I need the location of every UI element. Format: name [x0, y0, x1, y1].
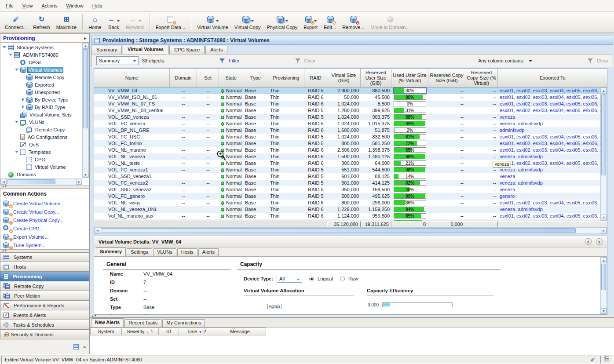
exported-host-link[interactable]: esxi01, esxi02, esxi03, esxi04, esxi05, …: [500, 147, 599, 153]
tree-item-vluns[interactable]: VLUNs: [0, 118, 82, 126]
view-select[interactable]: Summary: [96, 56, 139, 65]
exported-host-link[interactable]: veneza, adminfsvdp: [500, 167, 543, 172]
sidebar-nav-hosts[interactable]: Hosts: [0, 262, 89, 272]
tree-horizontal-scrollbar[interactable]: [0, 178, 82, 185]
toolbar-home[interactable]: ⌂Home: [85, 12, 104, 33]
tree-expander-open-icon[interactable]: [15, 149, 19, 154]
dropdown-caret-icon[interactable]: [117, 20, 120, 22]
scroll-left-arrow-icon[interactable]: [1, 179, 7, 185]
details-tab-vluns[interactable]: VLUNs: [153, 248, 176, 256]
column-header-type[interactable]: Type: [243, 69, 268, 87]
status-print-button[interactable]: [600, 356, 613, 364]
tree-item-remote-copy[interactable]: Remote Copy: [0, 126, 82, 133]
table-row[interactable]: VOL_FC_veneza1----NormalBaseThinRAID 555…: [94, 167, 607, 173]
scroll-down-arrow-icon[interactable]: [601, 215, 607, 220]
sidebar-nav-events-alerts[interactable]: Events & Alerts: [0, 310, 89, 320]
toolbar-maximize[interactable]: ⊞Maximize: [53, 12, 80, 33]
table-row[interactable]: VOL_NL_teste----NormalBaseThinRAID 6300,…: [94, 160, 607, 167]
alerts-column-message[interactable]: Message: [214, 328, 266, 335]
exported-host-link[interactable]: esxi01, esxi02, esxi03, esxi04, esxi05, …: [500, 141, 601, 146]
tree-item-ao-configurations[interactable]: AO Configurations: [0, 133, 82, 141]
exported-host-link[interactable]: veneza, adminfsvdp: [500, 207, 543, 212]
dropdown-caret-icon[interactable]: [285, 20, 288, 22]
table-row[interactable]: VV_VMW_NL_08_central----NormalBaseThinRA…: [94, 107, 607, 114]
column-header-reserved-copy-size-virtual[interactable]: Reserved Copy Size (% Virtual): [465, 69, 498, 87]
tree-item-by-raid-type[interactable]: By RAID Type: [0, 103, 82, 111]
scroll-down-arrow-icon[interactable]: [601, 308, 607, 314]
column-header-set[interactable]: Set: [197, 69, 219, 87]
table-row[interactable]: VV_VMW_ISO_NL_01----NormalBaseThinRAID 6…: [94, 94, 607, 101]
filter-button[interactable]: Filter: [229, 58, 239, 63]
tab-summary[interactable]: Summary: [91, 46, 122, 54]
scroll-thumb[interactable]: [601, 264, 606, 290]
exported-host-link[interactable]: veneza: [500, 187, 515, 192]
action-export-volume[interactable]: →Export Volume...: [3, 233, 86, 241]
menu-window[interactable]: Window: [62, 2, 88, 10]
exported-host-link[interactable]: esxi01, esxi02, esxi03, esxi04, esxi05, …: [500, 160, 599, 166]
table-row[interactable]: VOL_DP_NL_GRE----NormalBaseThinRAID 61.6…: [94, 127, 607, 134]
action-create-physical-copy[interactable]: +Create Physical Copy...: [3, 216, 86, 224]
details-tab-alerts[interactable]: Alerts: [198, 248, 219, 256]
bottom-splitter[interactable]: [90, 315, 614, 317]
toolbar-remove[interactable]: xRemove...: [339, 12, 367, 33]
scroll-left-arrow-icon[interactable]: [95, 228, 100, 233]
tree-expander-open-icon[interactable]: [15, 120, 19, 124]
exported-host-link[interactable]: esxi01, esxi02, esxi03, esxi04, esxi05, …: [500, 108, 601, 113]
menu-file[interactable]: File: [2, 2, 18, 10]
scroll-thumb[interactable]: [83, 49, 88, 128]
action-create-virtual-volume[interactable]: +Create Virtual Volume...: [3, 200, 86, 207]
raw-radio[interactable]: [340, 277, 345, 281]
exported-host-link[interactable]: genero: [500, 193, 515, 199]
exported-host-link[interactable]: adminfsvdp: [500, 127, 524, 133]
toolbar-refresh[interactable]: ↻Refresh: [30, 12, 53, 33]
scroll-thumb[interactable]: [101, 228, 576, 233]
exported-host-link[interactable]: veneza, adminfsvdp: [500, 180, 543, 186]
exported-host-link[interactable]: veneza: [500, 174, 515, 179]
scroll-thumb[interactable]: [7, 179, 55, 184]
tree-item-cpg[interactable]: CPG: [0, 156, 82, 163]
column-header-virtual-size-gib[interactable]: Virtual Size (GiB): [327, 69, 361, 87]
logical-radio[interactable]: [309, 277, 314, 281]
table-row[interactable]: VOL_FC_genero----NormalBaseThinRAID 5500…: [94, 193, 607, 200]
details-tab-hosts[interactable]: Hosts: [177, 248, 197, 256]
list-view-icon[interactable]: [73, 344, 79, 349]
status-pen-button[interactable]: [587, 356, 599, 364]
scroll-right-arrow-icon[interactable]: [76, 179, 82, 185]
column-header-raid[interactable]: RAID: [304, 69, 327, 87]
sidebar-splitter-bottom[interactable]: [0, 250, 89, 252]
column-header-state[interactable]: State: [219, 69, 243, 87]
tab-alerts[interactable]: Alerts: [205, 46, 227, 54]
exported-host-link[interactable]: esxi01, esxi02, esxi03, esxi04, esxi05, …: [500, 95, 599, 100]
dropdown-caret-icon[interactable]: [251, 20, 254, 22]
alerts-column-system[interactable]: System: [90, 328, 122, 335]
alerts-column-time[interactable]: Time2: [179, 328, 214, 335]
table-row[interactable]: VOL_FC_veneza2----NormalBaseThinRAID 550…: [94, 180, 607, 186]
menu-actions[interactable]: Actions: [37, 2, 61, 10]
bottom-tab-my-connections[interactable]: My Connections: [162, 319, 205, 327]
scroll-right-arrow-icon[interactable]: [601, 228, 607, 233]
scroll-thumb[interactable]: [601, 94, 606, 175]
action-create-virtual-copy[interactable]: +Create Virtual Copy...: [3, 208, 86, 216]
expand-details-button[interactable]: [596, 238, 603, 245]
exported-host-link[interactable]: esxi01, esxi02, esxi03, esxi04, esxi05, …: [500, 213, 599, 218]
toolbar-virtual-copy[interactable]: Virtual Copy: [231, 12, 264, 33]
tree-expander-open-icon[interactable]: [2, 45, 7, 50]
bottom-tab-recent-tasks[interactable]: Recent Tasks: [124, 319, 161, 327]
tree-item-virtual-volumes[interactable]: Virtual Volumes: [0, 66, 82, 73]
table-row[interactable]: VOL_NL_veneza_UNL----NormalBaseThinRAID …: [94, 206, 607, 213]
table-row[interactable]: VV_VMW_04----NormalBaseThinRAID 52.900,0…: [94, 87, 607, 94]
tree-item-virtual-volume[interactable]: Virtual Volume: [0, 163, 82, 171]
tree-expander-open-icon[interactable]: [8, 52, 13, 57]
tree-vertical-scrollbar[interactable]: [82, 43, 89, 178]
tree-item-exported[interactable]: Exported: [0, 81, 82, 88]
table-row[interactable]: VOL_NL_murano----NormalBaseThinRAID 62.5…: [94, 147, 607, 153]
sidebar-nav-security-domains[interactable]: Security & Domains: [0, 330, 89, 339]
exported-host-link[interactable]: esxi01, esxi02, esxi03, esxi04, esxi05, …: [500, 134, 599, 139]
toolbar-export-data[interactable]: +Export Data...: [153, 12, 188, 33]
column-header-reserved-copy-size-gib[interactable]: Reserved Copy Size (GiB): [428, 69, 465, 87]
tree-item-remote-copy[interactable]: Remote Copy: [0, 73, 82, 81]
tree-item-storage-systems[interactable]: Storage Systems: [0, 44, 82, 51]
toolbar-virtual-volume[interactable]: Virtual Volume: [194, 12, 231, 33]
sidebar-nav-tasks-schedules[interactable]: Tasks & Schedules: [0, 320, 89, 330]
table-row[interactable]: Vol_NL_murano_aux----NormalBaseThinRAID …: [94, 213, 607, 219]
